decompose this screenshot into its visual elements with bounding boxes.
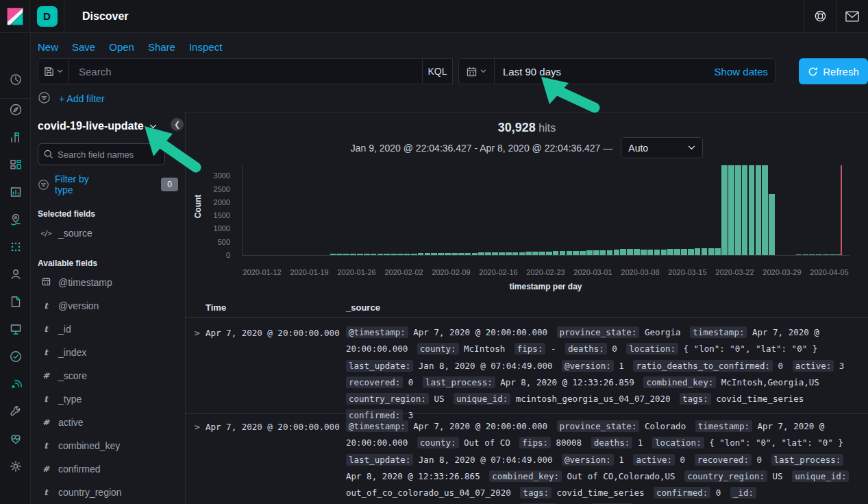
show-dates-button[interactable]: Show dates [715,66,768,77]
nav-link-new[interactable]: New [38,41,58,53]
histogram-bar[interactable] [445,253,451,255]
saved-query-button[interactable] [38,58,69,84]
rail-item-apm[interactable] [0,370,31,398]
field-item-confirmed[interactable]: #confirmed [38,457,178,481]
interval-select[interactable]: Auto [621,137,703,158]
histogram-bar[interactable] [404,254,410,255]
histogram-bar[interactable] [654,250,660,255]
histogram-bar[interactable] [830,254,836,255]
add-filter-button[interactable]: + Add filter [59,93,105,104]
calendar-button[interactable] [459,58,495,84]
histogram-bar[interactable] [377,254,384,255]
histogram-bar[interactable] [721,165,728,255]
field-item-_type[interactable]: t_type [38,387,178,411]
histogram-bar[interactable] [525,252,532,255]
discover-app-icon[interactable]: D [30,0,64,33]
histogram-bar[interactable] [620,249,626,255]
histogram-bar[interactable] [695,248,701,255]
rail-item-metrics[interactable] [0,315,31,343]
histogram-bar[interactable] [816,254,822,255]
expand-row-button[interactable]: > [193,328,202,338]
kibana-logo[interactable] [0,0,30,33]
kql-button[interactable]: KQL [422,58,452,84]
histogram-bar[interactable] [667,249,673,255]
field-item-_score[interactable]: #_score [38,364,178,387]
histogram-bar[interactable] [330,254,336,255]
histogram-bar[interactable] [546,252,552,255]
histogram-bar[interactable] [708,248,715,255]
histogram-bar[interactable] [634,249,640,255]
histogram-bar[interactable] [796,254,802,255]
expand-row-button[interactable]: > [193,422,202,432]
histogram-bar[interactable] [485,252,491,255]
rail-item-stack-monitoring[interactable] [0,425,31,453]
index-pattern-selector[interactable]: covid-19-live-update [38,120,178,132]
rail-item-logs[interactable] [0,288,31,315]
histogram-bar[interactable] [560,251,566,255]
field-item-@version[interactable]: t@version [38,294,178,317]
histogram-bar[interactable] [580,251,586,255]
histogram-bar[interactable] [384,254,390,255]
field-item-country_region[interactable]: tcountry_region [38,481,178,504]
nav-link-inspect[interactable]: Inspect [189,41,222,53]
search-input[interactable] [69,66,422,77]
histogram-bar[interactable] [715,248,721,255]
histogram-bar[interactable] [600,250,606,255]
nav-link-open[interactable]: Open [109,41,134,53]
histogram-bar[interactable] [627,249,633,255]
field-item-_source[interactable]: </>_source [38,221,178,245]
rail-item-machine-learning[interactable] [0,233,31,261]
histogram-bar[interactable] [364,254,370,255]
histogram-bar[interactable] [593,250,599,255]
newsfeed-button[interactable] [836,0,868,33]
histogram-bar[interactable] [532,252,538,255]
histogram-bar[interactable] [506,252,512,255]
field-item-active[interactable]: #active [38,411,178,434]
field-item-combined_key[interactable]: tcombined_key [38,434,178,457]
rail-item-uptime[interactable] [0,343,31,370]
histogram-bar[interactable] [411,254,417,255]
rail-item-discover[interactable] [0,96,31,123]
histogram-bar[interactable] [357,254,363,255]
histogram-bar[interactable] [614,250,620,255]
nav-link-share[interactable]: Share [148,41,175,53]
histogram-bar[interactable] [492,252,498,255]
histogram-bar[interactable] [567,251,573,255]
time-range-value[interactable]: Last 90 days [503,66,561,77]
histogram-bar[interactable] [735,165,741,255]
nav-link-save[interactable]: Save [72,41,95,53]
histogram-bar[interactable] [803,254,809,255]
histogram-bar[interactable] [641,250,647,255]
rail-item-dev-tools[interactable] [0,398,31,425]
histogram-bar[interactable] [573,251,579,255]
histogram-bar[interactable] [390,254,397,255]
histogram-bar[interactable] [519,252,525,255]
histogram-bar[interactable] [451,253,458,255]
histogram-bar[interactable] [756,165,762,255]
histogram-bar[interactable] [425,253,431,255]
histogram-bar[interactable] [647,250,654,255]
field-item-_id[interactable]: t_id [38,317,178,341]
histogram-bar[interactable] [438,253,444,255]
histogram-bar[interactable] [742,165,748,255]
rail-item-visualize[interactable] [0,123,31,151]
histogram-bar[interactable] [607,250,613,255]
histogram-bar[interactable] [458,253,464,255]
histogram-bar[interactable] [472,253,478,255]
field-item-@timestamp[interactable]: @timestamp [38,271,178,294]
histogram-bar[interactable] [728,165,734,255]
histogram-bar[interactable] [350,254,356,255]
histogram-bar[interactable] [465,253,471,255]
field-item-_index[interactable]: t_index [38,341,178,364]
histogram-bar[interactable] [823,254,829,255]
histogram-bar[interactable] [661,250,667,255]
rail-item-canvas[interactable] [0,178,31,206]
rail-item-graph[interactable] [0,261,31,288]
histogram-bar[interactable] [343,254,349,255]
rail-item-maps[interactable] [0,206,31,233]
histogram-bar[interactable] [371,254,377,255]
rail-item-management[interactable] [0,453,31,480]
rail-item-dashboard[interactable] [0,151,31,178]
field-search-input[interactable] [58,149,159,160]
histogram-bar[interactable] [553,251,559,255]
